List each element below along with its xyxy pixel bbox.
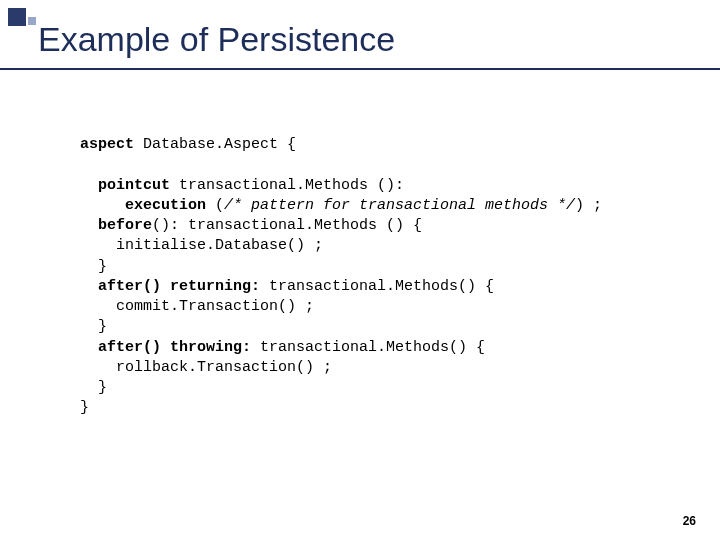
keyword-pointcut: pointcut	[98, 177, 170, 194]
code-text: }	[98, 318, 107, 335]
code-text: initialise.Database() ;	[116, 237, 323, 254]
code-text: transactional.Methods() {	[251, 339, 485, 356]
code-text: }	[80, 399, 89, 416]
keyword-aspect: aspect	[80, 136, 134, 153]
slide-title: Example of Persistence	[38, 20, 395, 59]
code-text: commit.Transaction() ;	[116, 298, 314, 315]
page-number: 26	[683, 514, 696, 528]
code-text: Database.Aspect {	[134, 136, 296, 153]
keyword-execution: execution	[125, 197, 206, 214]
slide-bullet-decoration	[8, 8, 26, 26]
code-text: ) ;	[575, 197, 602, 214]
code-text: }	[98, 258, 107, 275]
keyword-before: before	[98, 217, 152, 234]
code-block: aspect Database.Aspect { pointcut transa…	[80, 135, 640, 419]
title-underline	[0, 68, 720, 70]
code-text: (): transactional.Methods () {	[152, 217, 422, 234]
code-text: transactional.Methods() {	[260, 278, 494, 295]
keyword-after-returning: after() returning:	[98, 278, 260, 295]
code-comment: /* pattern for transactional methods */	[224, 197, 575, 214]
code-text: (	[206, 197, 224, 214]
code-text: }	[98, 379, 107, 396]
code-text: rollback.Transaction() ;	[116, 359, 332, 376]
keyword-after-throwing: after() throwing:	[98, 339, 251, 356]
code-text: transactional.Methods ():	[170, 177, 404, 194]
